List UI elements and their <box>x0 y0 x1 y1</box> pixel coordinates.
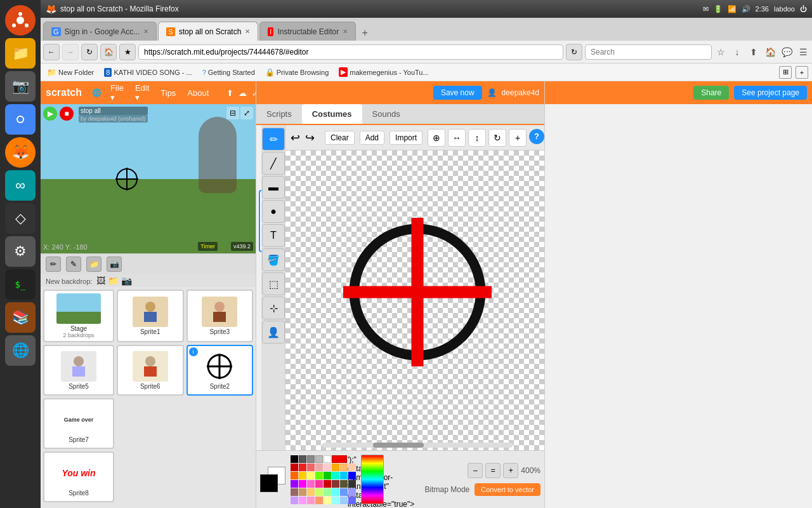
url-bar[interactable] <box>138 44 563 60</box>
color-cell[interactable] <box>348 464 356 471</box>
see-project-button[interactable]: See project page <box>734 86 807 100</box>
color-cell[interactable] <box>340 488 348 496</box>
draw-btn-stamp[interactable]: 👤 <box>262 321 285 344</box>
color-cell[interactable] <box>332 464 339 471</box>
tab-costumes[interactable]: Costumes <box>302 104 362 124</box>
color-cell[interactable] <box>291 488 298 496</box>
color-cell[interactable] <box>307 464 315 471</box>
forward-button[interactable]: → <box>62 44 79 60</box>
scratch-logo[interactable]: scratch <box>46 87 82 98</box>
canvas-zoom-in-btn[interactable]: ⊕ <box>428 129 445 147</box>
draw-btn-circle[interactable]: ● <box>262 200 285 223</box>
download-icon[interactable]: ↓ <box>731 46 743 58</box>
color-cell[interactable] <box>332 488 339 496</box>
color-cell[interactable] <box>332 472 339 479</box>
title-bar-power[interactable]: ⏻ <box>800 5 807 13</box>
sprite-tool-folder[interactable]: 📁 <box>86 257 102 272</box>
color-light-gray[interactable] <box>315 455 323 463</box>
add-page-btn[interactable]: + <box>796 66 808 79</box>
dock-icon-camera[interactable]: 📷 <box>5 71 36 102</box>
sprite-info-icon[interactable]: i <box>189 347 198 356</box>
color-spectrum[interactable] <box>361 455 384 504</box>
stage-fullscreen-btn[interactable]: ⤢ <box>240 107 253 119</box>
color-cell[interactable] <box>307 497 315 504</box>
dock-icon-ubuntu[interactable] <box>5 5 36 36</box>
color-cell[interactable] <box>315 497 323 504</box>
sprite-item-sprite1[interactable]: Sprite1 <box>117 290 184 342</box>
sprite-item-sprite3[interactable]: Sprite3 <box>187 290 254 342</box>
dock-icon-settings[interactable]: ⚙ <box>5 236 36 267</box>
tab-add[interactable]: + <box>357 25 372 41</box>
color-cell[interactable] <box>324 497 331 504</box>
color-cell[interactable] <box>340 480 348 488</box>
home-button[interactable]: 🏠 <box>100 44 117 60</box>
scratch-menu-file[interactable]: File ▾ <box>105 81 129 105</box>
tab-instructable-close[interactable]: ✕ <box>343 28 348 35</box>
color-cell[interactable] <box>348 480 356 488</box>
sprite-tool-pencil[interactable]: ✎ <box>66 257 81 272</box>
draw-btn-line[interactable]: ╱ <box>262 152 285 175</box>
canvas-drawing-area[interactable] <box>285 150 544 450</box>
color-cell[interactable] <box>307 472 315 479</box>
color-cell[interactable] <box>291 480 298 488</box>
color-cell[interactable] <box>332 497 339 504</box>
tab-instructable[interactable]: I Instructable Editor ✕ <box>259 22 356 41</box>
menu-icon[interactable]: ☰ <box>797 46 809 58</box>
color-cell[interactable] <box>332 480 339 488</box>
dock-icon-books[interactable]: 📚 <box>5 302 36 333</box>
color-cell[interactable] <box>291 472 298 479</box>
play-button[interactable]: ▶ <box>43 107 57 121</box>
color-cell[interactable] <box>307 488 315 496</box>
color-cell[interactable] <box>299 472 306 479</box>
bookmark-makemegenius[interactable]: ▶ makemegenius - YouTu... <box>336 66 431 78</box>
canvas-undo-btn[interactable]: ↩ <box>291 131 300 145</box>
bookmark-private-browsing[interactable]: 🔒 Private Browsing <box>263 67 332 78</box>
sync-icon[interactable]: ⬆ <box>747 46 760 58</box>
show-pages-btn[interactable]: ⊞ <box>779 66 792 79</box>
save-now-button[interactable]: Save now <box>433 86 482 100</box>
color-cell[interactable] <box>299 488 306 496</box>
color-black[interactable] <box>291 455 298 463</box>
share-button[interactable]: Share <box>693 86 729 100</box>
draw-btn-select[interactable]: ⊹ <box>262 297 285 319</box>
color-cell[interactable] <box>299 464 306 471</box>
scratch-menu-about[interactable]: About <box>182 86 214 100</box>
tab-google[interactable]: G Sign in - Google Acc... ✕ <box>43 22 157 41</box>
search-input[interactable] <box>585 44 712 60</box>
dock-icon-unity[interactable]: ◇ <box>5 203 36 234</box>
sprite-item-stage[interactable]: Stage 2 backdrops <box>43 290 114 342</box>
background-color[interactable] <box>260 474 278 492</box>
color-cell[interactable] <box>348 488 356 496</box>
color-cell[interactable] <box>299 497 306 504</box>
canvas-flip-v-btn[interactable]: ↕ <box>468 129 486 147</box>
canvas-add-btn[interactable]: + <box>509 129 527 147</box>
scratch-menu-tips[interactable]: Tips <box>155 86 181 100</box>
color-mid-gray[interactable] <box>307 455 315 463</box>
chat-icon[interactable]: 💬 <box>780 46 793 58</box>
canvas-scroll[interactable] <box>322 443 513 448</box>
color-cell[interactable] <box>315 464 323 471</box>
stop-button[interactable]: ■ <box>60 107 74 121</box>
canvas-scroll-thumb[interactable] <box>373 443 424 448</box>
color-white[interactable] <box>324 455 331 463</box>
canvas-flip-h-btn[interactable]: ↔ <box>448 129 466 147</box>
canvas-redo-btn[interactable]: ↪ <box>305 131 315 145</box>
clear-button[interactable]: Clear <box>325 131 355 145</box>
sprite-item-sprite8[interactable]: You win Sprite8 <box>43 451 114 502</box>
color-cell[interactable] <box>324 472 331 479</box>
import-button[interactable]: Import <box>390 131 422 145</box>
draw-btn-brush[interactable]: ✏ <box>262 128 285 150</box>
dock-icon-misc[interactable]: 🌐 <box>5 335 36 366</box>
sprite-tool-paint[interactable]: ✏ <box>46 257 61 272</box>
add-button[interactable]: Add <box>360 131 384 145</box>
dock-icon-arduino[interactable]: ∞ <box>5 170 36 201</box>
color-cell[interactable] <box>340 464 348 471</box>
backdrop-paint-btn[interactable]: 🖼 <box>96 276 105 286</box>
refresh-button[interactable]: ↻ <box>81 44 98 60</box>
color-cell[interactable] <box>324 480 331 488</box>
color-cell[interactable] <box>340 497 348 504</box>
zoom-reset-btn[interactable]: = <box>485 463 501 478</box>
color-swatch[interactable] <box>260 467 285 492</box>
scratch-icon-globe[interactable]: 🌐 <box>89 87 104 98</box>
color-cell[interactable] <box>307 480 315 488</box>
